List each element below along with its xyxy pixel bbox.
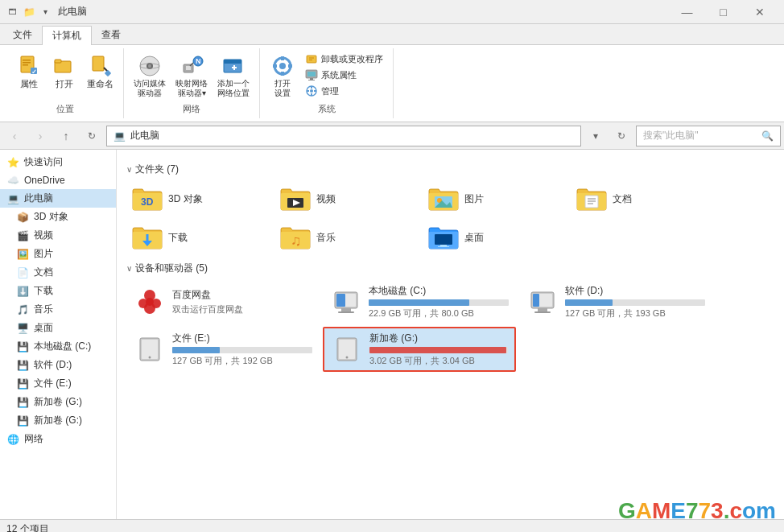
folder-music-label: 音乐 <box>316 231 336 245</box>
sidebar-item-drive-e[interactable]: 💾 文件 (E:) <box>0 374 116 393</box>
drive-d-bar-fill <box>565 299 613 306</box>
title-bar: 🗔 📁 ▾ 此电脑 — □ ✕ <box>0 0 784 24</box>
back-button[interactable]: ‹ <box>3 125 26 147</box>
sidebar-item-pictures[interactable]: 🖼️ 图片 <box>0 245 116 263</box>
folder-docs[interactable]: 文档 <box>571 181 716 217</box>
folder-pictures[interactable]: 图片 <box>423 181 567 217</box>
svg-rect-34 <box>307 72 316 76</box>
sidebar-item-drive-g1[interactable]: 💾 新加卷 (G:) <box>0 393 116 411</box>
drive-baidu[interactable]: 百度网盘 双击运行百度网盘 <box>126 280 320 324</box>
svg-rect-35 <box>310 78 313 80</box>
refresh-button[interactable]: ↻ <box>80 125 103 147</box>
address-bar[interactable]: 💻 此电脑 <box>106 126 581 146</box>
add-location-label: 添加一个 网络位置 <box>217 79 250 98</box>
sidebar-item-drive-c[interactable]: 💾 本地磁盘 (C:) <box>0 337 116 356</box>
svg-text:♫: ♫ <box>291 233 302 249</box>
downloads-icon: ⬇️ <box>16 285 29 298</box>
quick-access-icon[interactable]: 📁 <box>23 6 35 19</box>
drive-e-icon: 💾 <box>16 377 29 390</box>
svg-point-83 <box>149 357 151 359</box>
sidebar-item-this-pc[interactable]: 💻 此电脑 <box>0 189 116 208</box>
sidebar-item-onedrive[interactable]: ☁️ OneDrive <box>0 171 116 189</box>
address-dropdown-button[interactable]: ▾ <box>584 125 607 147</box>
folder-downloads[interactable]: 下载 <box>126 220 271 255</box>
sidebar-item-drive-g2[interactable]: 💾 新加卷 (G:) <box>0 411 116 430</box>
sidebar-item-drive-d[interactable]: 💾 软件 (D:) <box>0 356 116 374</box>
maximize-button[interactable]: □ <box>705 0 741 24</box>
ribbon-group-location-items: ✓ 属性 打开 <box>13 52 117 100</box>
ribbon-media-button[interactable]: 访问媒体 驱动器 <box>130 52 169 100</box>
ribbon-map-network-button[interactable]: N 映射网络 驱动器▾ <box>172 52 211 100</box>
sidebar-item-desktop[interactable]: 🖥️ 桌面 <box>0 319 116 337</box>
folder-3d[interactable]: 3D 3D 对象 <box>126 181 271 217</box>
drive-e-bar-fill <box>172 347 220 353</box>
sidebar-drive-d-label: 软件 (D:) <box>34 358 72 372</box>
map-network-icon: N <box>179 53 204 79</box>
folder-docs-label: 文档 <box>613 192 632 206</box>
sidebar-drive-g2-label: 新加卷 (G:) <box>34 414 82 427</box>
up-button[interactable]: ↑ <box>55 125 77 147</box>
ribbon-rename-button[interactable]: 重命名 <box>84 52 117 91</box>
svg-text:✓: ✓ <box>31 68 37 76</box>
folder-music[interactable]: ♫ 音乐 <box>274 220 419 255</box>
drive-e[interactable]: 文件 (E:) 127 GB 可用，共 192 GB <box>126 327 320 372</box>
ribbon-properties-button[interactable]: ✓ 属性 <box>13 52 45 91</box>
tab-file[interactable]: 文件 <box>3 25 42 44</box>
ribbon-add-location-button[interactable]: 添加一个 网络位置 <box>214 52 253 100</box>
drive-c[interactable]: 本地磁盘 (C:) 22.9 GB 可用，共 80.0 GB <box>323 280 516 324</box>
folder-videos[interactable]: 视频 <box>274 181 419 217</box>
folders-section-header: ∨ 文件夹 (7) <box>126 163 774 176</box>
svg-rect-29 <box>288 64 292 68</box>
close-button[interactable]: ✕ <box>741 0 778 24</box>
this-pc-icon: 💻 <box>6 192 19 205</box>
drive-c-bar-bg <box>369 299 509 306</box>
sidebar: ⭐ 快速访问 ☁️ OneDrive 💻 此电脑 📦 3D 对象 🎬 视频 🖼️… <box>0 150 117 519</box>
ribbon-open-button[interactable]: 打开 <box>48 52 80 91</box>
svg-rect-65 <box>438 246 449 247</box>
folder-pictures-label: 图片 <box>464 192 484 206</box>
sidebar-item-docs[interactable]: 📄 文档 <box>0 263 116 282</box>
baidu-label: 百度网盘 <box>172 288 312 302</box>
sidebar-item-quick-access[interactable]: ⭐ 快速访问 <box>0 153 116 171</box>
drive-g-bar-fill <box>369 347 506 353</box>
sidebar-item-downloads[interactable]: ⬇️ 下载 <box>0 282 116 300</box>
drive-g[interactable]: 新加卷 (G:) 3.02 GB 可用，共 3.04 GB <box>323 327 516 372</box>
sidebar-item-videos[interactable]: 🎬 视频 <box>0 226 116 245</box>
ribbon-system-props-button[interactable]: 系统属性 <box>302 68 386 82</box>
minimize-button[interactable]: — <box>669 0 705 24</box>
folder-3d-label: 3D 对象 <box>168 192 203 206</box>
drive-d-info: 软件 (D:) 127 GB 可用，共 193 GB <box>565 284 705 320</box>
address-refresh-button[interactable]: ↻ <box>610 125 633 147</box>
sidebar-docs-label: 文档 <box>34 266 53 279</box>
sidebar-item-network[interactable]: 🌐 网络 <box>0 430 116 448</box>
folder-desktop[interactable]: 桌面 <box>423 220 567 255</box>
svg-point-13 <box>148 64 151 68</box>
sidebar-pictures-label: 图片 <box>34 247 53 261</box>
svg-rect-63 <box>435 234 452 245</box>
drive-d-size: 127 GB 可用，共 193 GB <box>565 307 705 320</box>
address-path: 此电脑 <box>130 129 159 142</box>
ribbon-group-system-label: 系统 <box>266 100 386 115</box>
drive-g2-icon: 💾 <box>16 414 29 427</box>
ribbon: ✓ 属性 打开 <box>0 45 784 122</box>
svg-rect-10 <box>104 70 110 76</box>
sidebar-item-music[interactable]: 🎵 音乐 <box>0 300 116 319</box>
forward-button[interactable]: › <box>29 125 52 147</box>
drive-d-bar-bg <box>565 299 705 306</box>
tab-computer[interactable]: 计算机 <box>42 26 92 45</box>
ribbon-manage-button[interactable]: 管理 <box>302 84 386 98</box>
ribbon-settings-button[interactable]: 打开 设置 <box>266 52 299 100</box>
svg-rect-79 <box>538 308 547 311</box>
ribbon-uninstall-button[interactable]: 卸载或更改程序 <box>302 52 386 66</box>
ribbon-group-network-label: 网络 <box>130 100 253 115</box>
drive-d[interactable]: 软件 (D:) 127 GB 可用，共 193 GB <box>519 280 712 324</box>
tab-view[interactable]: 查看 <box>92 25 130 44</box>
ribbon-group-location-label: 位置 <box>13 100 117 115</box>
folders-arrow: ∨ <box>126 165 132 174</box>
search-bar[interactable]: 搜索"此电脑" 🔍 <box>636 126 781 146</box>
drive-c-info: 本地磁盘 (C:) 22.9 GB 可用，共 80.0 GB <box>369 284 509 320</box>
sidebar-item-3d[interactable]: 📦 3D 对象 <box>0 208 116 226</box>
uninstall-icon <box>305 52 318 65</box>
baidu-icon <box>134 286 166 318</box>
dropdown-icon[interactable]: ▾ <box>39 6 52 19</box>
